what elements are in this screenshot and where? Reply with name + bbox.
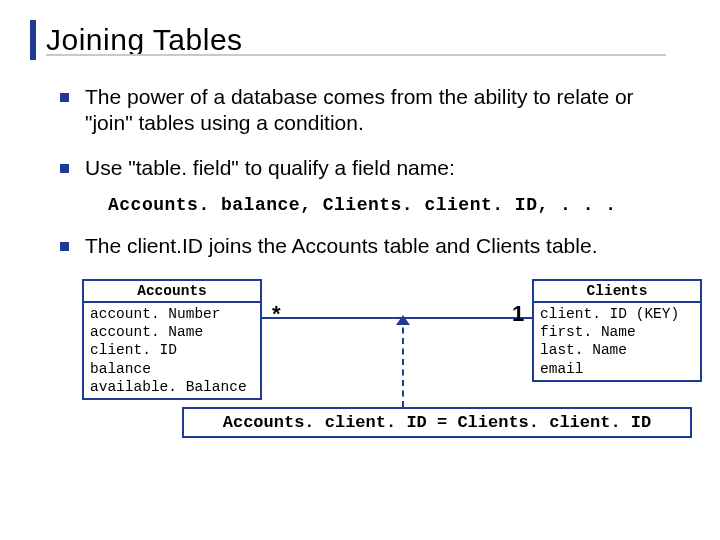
slide: Joining Tables The power of a database c… [0, 0, 720, 540]
bullet-square-icon [60, 242, 69, 251]
table-field: client. ID (KEY) [540, 305, 694, 323]
multiplicity-left: * [272, 301, 281, 327]
slide-title: Joining Tables [46, 23, 243, 57]
join-condition-box: Accounts. client. ID = Clients. client. … [182, 407, 692, 438]
table-field: email [540, 360, 694, 378]
table-field: account. Name [90, 323, 254, 341]
bullet-item: The power of a database comes from the a… [60, 84, 680, 137]
table-field: available. Balance [90, 378, 254, 396]
table-field: first. Name [540, 323, 694, 341]
er-diagram: Accounts account. Number account. Name c… [82, 279, 720, 429]
title-accent-bar [30, 20, 36, 60]
accounts-fields: account. Number account. Name client. ID… [84, 303, 260, 398]
table-field: account. Number [90, 305, 254, 323]
table-field: balance [90, 360, 254, 378]
bullet-item: Use "table. field" to qualify a field na… [60, 155, 680, 181]
bullet-item: The client.ID joins the Accounts table a… [60, 233, 680, 259]
clients-header: Clients [534, 281, 700, 303]
accounts-header: Accounts [84, 281, 260, 303]
accounts-table-box: Accounts account. Number account. Name c… [82, 279, 262, 400]
multiplicity-right: 1 [512, 301, 524, 327]
bullet-square-icon [60, 93, 69, 102]
table-field: client. ID [90, 341, 254, 359]
bullet-text: Use "table. field" to qualify a field na… [85, 155, 455, 181]
code-example: Accounts. balance, Clients. client. ID, … [108, 195, 680, 215]
bullet-text: The client.ID joins the Accounts table a… [85, 233, 597, 259]
bullet-text: The power of a database comes from the a… [85, 84, 680, 137]
arrow-dashed-line [402, 317, 404, 407]
clients-fields: client. ID (KEY) first. Name last. Name … [534, 303, 700, 380]
slide-body: The power of a database comes from the a… [30, 84, 690, 429]
table-field: last. Name [540, 341, 694, 359]
bullet-square-icon [60, 164, 69, 173]
title-underline [46, 54, 666, 56]
clients-table-box: Clients client. ID (KEY) first. Name las… [532, 279, 702, 382]
